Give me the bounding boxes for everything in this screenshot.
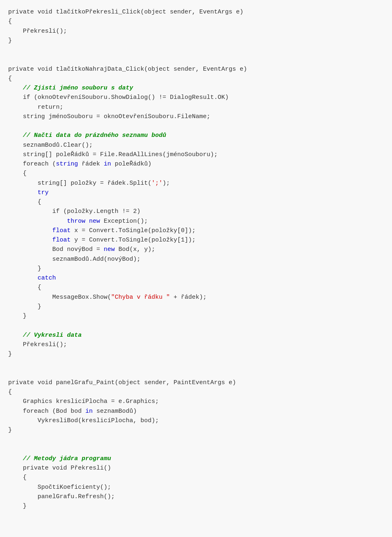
code-line: catch	[8, 273, 384, 283]
code-line: }	[8, 349, 384, 359]
token: + řádek);	[170, 294, 207, 301]
token: {	[38, 199, 41, 206]
code-line: SpočtiKoeficienty();	[8, 483, 384, 492]
token: seznamBodů)	[93, 408, 137, 415]
token: }	[8, 427, 12, 434]
code-line: string jménoSouboru = oknoOtevřeníSoubor…	[8, 112, 384, 121]
token: "Chyba v řádku "	[111, 294, 170, 301]
token: }	[38, 303, 41, 310]
code-line: if (oknoOtevřeníSouboru.ShowDialog() != …	[8, 93, 384, 102]
code-line	[8, 359, 384, 368]
token: try	[38, 189, 49, 196]
token: poleŘádků)	[111, 161, 151, 168]
code-line	[8, 55, 384, 64]
code-line: // Metody jádra programu	[8, 454, 384, 463]
code-line	[8, 445, 384, 454]
code-line: Graphics kreslicíPlocha = e.Graphics;	[8, 397, 384, 406]
code-line: float x = Convert.ToSingle(položky[0]);	[8, 226, 384, 235]
code-line: throw new Exception();	[8, 217, 384, 226]
code-line: Překresli();	[8, 340, 384, 349]
token: new	[104, 246, 115, 253]
token: Překresli();	[23, 28, 67, 35]
code-line	[8, 45, 384, 55]
code-line: // Zjisti jméno souboru s daty	[8, 83, 384, 93]
code-line: return;	[8, 103, 384, 112]
token: panelGrafu.Refresh();	[38, 493, 115, 500]
token: new	[89, 218, 100, 225]
token: // Zjisti jméno souboru s daty	[23, 85, 133, 92]
code-line: {	[8, 473, 384, 482]
token: string jménoSouboru = oknoOtevřeníSoubor…	[23, 113, 210, 120]
code-line: }	[8, 302, 384, 311]
code-editor: private void tlačítkoPřekresli_Click(obj…	[0, 0, 392, 537]
code-line: float y = Convert.ToSingle(položky[1]);	[8, 235, 384, 245]
code-line: foreach (Bod bod in seznamBodů)	[8, 407, 384, 416]
token: {	[8, 389, 12, 396]
code-line: }	[8, 264, 384, 273]
code-line: string[] položky = řádek.Split(';');	[8, 179, 384, 188]
token: seznamBodů.Clear();	[23, 142, 93, 149]
token: private void panelGrafu_Paint(object sen…	[8, 379, 236, 386]
token: in	[104, 161, 111, 168]
code-line: {	[8, 197, 384, 207]
code-line: MessageBox.Show("Chyba v řádku " + řádek…	[8, 293, 384, 302]
token: Bod(x, y);	[115, 246, 155, 253]
token: // Načti data do prázdného seznamu bodů	[23, 132, 166, 139]
token: Exception();	[100, 218, 148, 225]
code-line: {	[8, 74, 384, 83]
token: Graphics kreslicíPlocha = e.Graphics;	[23, 398, 159, 405]
code-line: foreach (string řádek in poleŘádků)	[8, 159, 384, 169]
token: return;	[38, 104, 63, 111]
token: y = Convert.ToSingle(položky[1]);	[71, 237, 196, 244]
code-line: Překresli();	[8, 27, 384, 36]
code-line: panelGrafu.Refresh();	[8, 492, 384, 501]
token: foreach (Bod bod	[23, 408, 85, 415]
code-line: // Vykresli data	[8, 331, 384, 340]
code-line	[8, 321, 384, 330]
token: string[] poleŘádků = File.ReadAllLines(j…	[23, 151, 218, 158]
code-line: private void panelGrafu_Paint(object sen…	[8, 378, 384, 387]
token: );	[163, 180, 170, 187]
token: Bod novýBod =	[52, 246, 104, 253]
code-line: try	[8, 188, 384, 197]
token: {	[38, 284, 41, 291]
token: }	[23, 503, 27, 510]
token: // Metody jádra programu	[23, 455, 111, 462]
token: {	[23, 474, 27, 481]
token: }	[8, 351, 12, 358]
code-line: if (položky.Length != 2)	[8, 207, 384, 216]
code-line: seznamBodů.Add(novýBod);	[8, 255, 384, 264]
code-line: string[] poleŘádků = File.ReadAllLines(j…	[8, 150, 384, 159]
token: foreach (	[23, 161, 56, 168]
token: }	[8, 37, 12, 44]
token: float	[52, 237, 71, 244]
code-line: Bod novýBod = new Bod(x, y);	[8, 245, 384, 254]
token: seznamBodů.Add(novýBod);	[52, 256, 140, 263]
code-line: }	[8, 311, 384, 321]
code-line	[8, 369, 384, 378]
code-line: seznamBodů.Clear();	[8, 141, 384, 150]
token: {	[8, 18, 12, 25]
code-line: }	[8, 501, 384, 511]
token: private void tlačítkoNahrajData_Click(ob…	[8, 66, 247, 73]
code-line	[8, 121, 384, 131]
code-line: private void Překresli()	[8, 463, 384, 473]
token: if (oknoOtevřeníSouboru.ShowDialog() != …	[23, 94, 229, 101]
token: private void tlačítkoPřekresli_Click(obj…	[8, 9, 243, 16]
token: string[] položky = řádek.Split(	[38, 180, 151, 187]
token: {	[23, 170, 27, 177]
code-line: {	[8, 387, 384, 397]
code-line	[8, 435, 384, 444]
token: throw	[67, 218, 89, 225]
code-line: private void tlačítkoPřekresli_Click(obj…	[8, 7, 384, 17]
code-line: }	[8, 36, 384, 45]
token: Překresli();	[23, 341, 67, 348]
code-line: }	[8, 425, 384, 435]
code-block: private void tlačítkoPřekresli_Click(obj…	[8, 7, 384, 511]
token: SpočtiKoeficienty();	[38, 484, 111, 491]
code-line: {	[8, 17, 384, 26]
token: {	[8, 75, 12, 82]
token: float	[52, 227, 71, 234]
token: x = Convert.ToSingle(položky[0]);	[71, 227, 196, 234]
token: ';'	[151, 180, 163, 187]
